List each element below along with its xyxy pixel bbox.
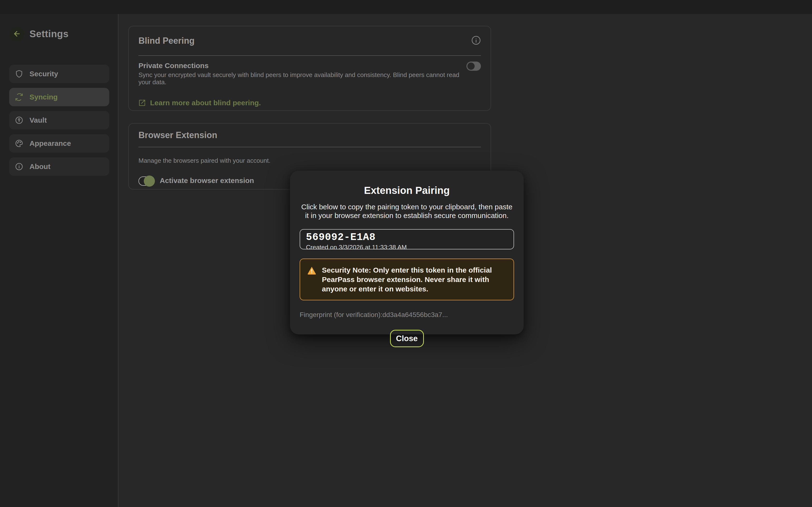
extension-pairing-modal: Extension Pairing Click below to copy th… xyxy=(290,171,524,334)
shield-icon xyxy=(15,70,23,78)
info-icon xyxy=(15,163,23,171)
activate-extension-label: Activate browser extension xyxy=(160,176,254,185)
divider xyxy=(139,147,481,147)
sidebar-nav: Security Syncing Vault Ap xyxy=(9,65,109,176)
pairing-token-box[interactable]: 569092-E1A8 Created on 3/3/2026 at 11:33… xyxy=(300,229,514,249)
modal-description: Click below to copy the pairing token to… xyxy=(300,203,514,220)
pairing-token: 569092-E1A8 xyxy=(306,231,508,243)
sidebar-item-label: About xyxy=(30,163,51,171)
fingerprint-text: Fingerprint (for verification):dd3a4a645… xyxy=(300,311,514,319)
sidebar-item-about[interactable]: About xyxy=(9,157,109,176)
modal-title: Extension Pairing xyxy=(300,185,514,196)
titlebar xyxy=(0,0,812,14)
card-title: Browser Extension xyxy=(139,130,217,140)
sidebar-item-label: Vault xyxy=(30,116,47,124)
sidebar-item-security[interactable]: Security xyxy=(9,65,109,83)
setting-description: Sync your encrypted vault securely with … xyxy=(139,71,462,86)
page-title: Settings xyxy=(30,29,69,39)
back-button[interactable] xyxy=(10,26,24,41)
settings-screen: Settings Security Syncing Vault xyxy=(0,0,812,507)
sidebar-header: Settings xyxy=(10,26,69,41)
card-title: Blind Peering xyxy=(139,36,195,46)
security-note-text: Security Note: Only enter this token in … xyxy=(322,265,506,294)
learn-more-label: Learn more about blind peering. xyxy=(150,99,261,107)
key-icon xyxy=(15,116,23,124)
sidebar-item-appearance[interactable]: Appearance xyxy=(9,134,109,153)
sidebar: Settings Security Syncing Vault xyxy=(0,14,118,507)
activate-extension-toggle[interactable] xyxy=(139,176,153,186)
sidebar-item-vault[interactable]: Vault xyxy=(9,111,109,129)
warning-icon xyxy=(307,266,317,275)
arrow-left-icon xyxy=(13,30,21,38)
sidebar-item-label: Appearance xyxy=(30,139,71,148)
setting-label: Private Connections xyxy=(139,62,462,70)
sidebar-item-label: Syncing xyxy=(30,93,58,101)
sidebar-item-syncing[interactable]: Syncing xyxy=(9,88,109,106)
sidebar-item-label: Security xyxy=(30,70,58,78)
toggle-knob xyxy=(144,175,155,187)
card-description: Manage the browsers paired with your acc… xyxy=(139,157,481,164)
security-note-box: Security Note: Only enter this token in … xyxy=(300,259,514,300)
private-connections-text: Private Connections Sync your encrypted … xyxy=(139,62,462,86)
divider xyxy=(139,55,481,56)
learn-more-link[interactable]: Learn more about blind peering. xyxy=(139,99,481,107)
info-icon[interactable] xyxy=(471,36,481,46)
blind-peering-card: Blind Peering Private Connections Sync y… xyxy=(128,26,491,111)
sync-icon xyxy=(15,93,23,101)
palette-icon xyxy=(15,139,23,148)
private-connections-row: Private Connections Sync your encrypted … xyxy=(139,62,481,86)
token-created-timestamp: Created on 3/3/2026 at 11:33:38 AM xyxy=(306,243,508,251)
close-button[interactable]: Close xyxy=(390,330,424,347)
card-header: Browser Extension xyxy=(139,124,481,147)
external-link-icon xyxy=(139,99,146,107)
card-header: Blind Peering xyxy=(139,26,481,55)
toggle-knob xyxy=(467,62,475,70)
private-connections-toggle[interactable] xyxy=(466,62,481,71)
